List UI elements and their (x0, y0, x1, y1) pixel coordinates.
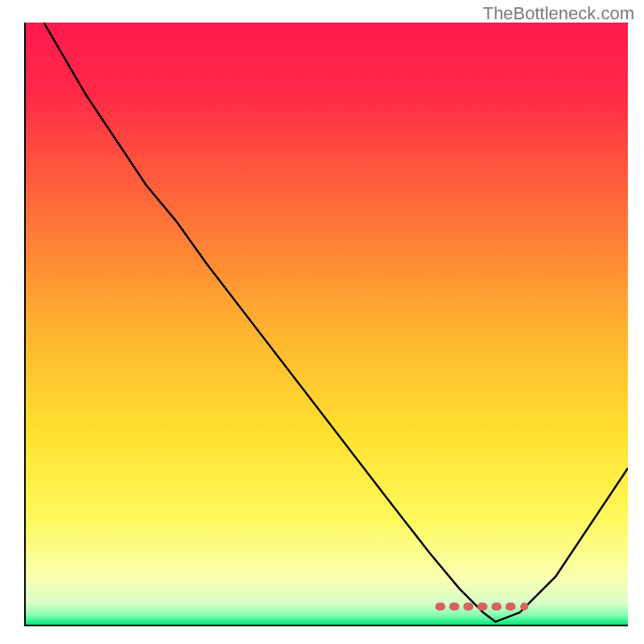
gradient-background (26, 23, 628, 625)
plot-area (24, 23, 628, 626)
attribution-text: TheBottleneck.com (483, 3, 634, 24)
svg-rect-2 (464, 603, 474, 611)
svg-rect-0 (436, 603, 446, 611)
chart-container: TheBottleneck.com (0, 0, 644, 644)
svg-rect-5 (506, 603, 516, 611)
svg-rect-1 (449, 603, 460, 611)
svg-rect-3 (477, 603, 488, 611)
chart-svg (26, 23, 628, 625)
svg-rect-4 (491, 603, 502, 611)
svg-point-6 (520, 603, 528, 611)
